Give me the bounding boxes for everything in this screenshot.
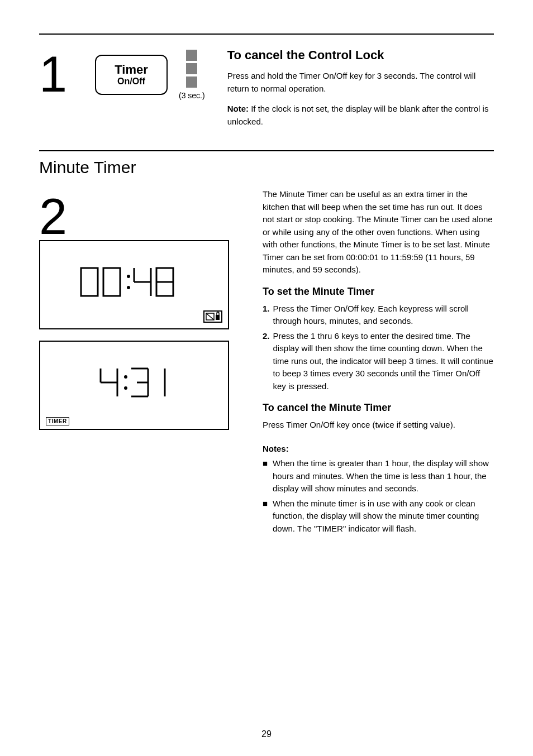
lcd-frame-1: 00:48 xyxy=(39,240,229,329)
section-minute-timer: 2 xyxy=(39,188,494,535)
notes-title: Notes: xyxy=(263,443,494,456)
lock-badge-icon xyxy=(203,310,222,325)
button-label-top: Timer xyxy=(115,63,148,76)
section-cancel-lock: 1 Timer On/Off (3 sec.) To cancel the Co… xyxy=(39,46,494,128)
note-1: ■ When the time is greater than 1 hour, … xyxy=(263,457,494,495)
divider-mid xyxy=(39,150,494,151)
minute-timer-heading: Minute Timer xyxy=(39,158,494,177)
seven-segment-icon-2 xyxy=(78,366,190,405)
svg-point-17 xyxy=(124,386,127,390)
note-2: ■ When the minute timer is in use with a… xyxy=(263,497,494,535)
minute-timer-intro: The Minute Timer can be useful as an ext… xyxy=(263,188,494,276)
set-step-2: 2. Press the 1 thru 6 keys to enter the … xyxy=(263,330,494,393)
svg-point-3 xyxy=(127,286,130,289)
cancel-timer-title: To cancel the Minute Timer xyxy=(263,400,494,415)
step-number-2: 2 xyxy=(39,188,84,246)
press-indicator-icon xyxy=(186,50,197,89)
cancel-lock-title: To cancel the Control Lock xyxy=(227,46,494,64)
svg-rect-1 xyxy=(103,268,120,296)
lcd-frame-2: 4:31 TIMER xyxy=(39,341,229,430)
svg-rect-12 xyxy=(216,315,220,320)
button-illustration-row: 1 Timer On/Off (3 sec.) xyxy=(39,46,205,103)
cancel-timer-body: Press Timer On/Off key once (twice if se… xyxy=(263,419,494,432)
timer-badge: TIMER xyxy=(46,415,69,425)
svg-line-11 xyxy=(206,313,214,320)
minute-timer-text: The Minute Timer can be useful as an ext… xyxy=(263,188,494,535)
page-number: 29 xyxy=(0,729,533,739)
set-timer-title: To set the Minute Timer xyxy=(263,284,494,299)
divider-top xyxy=(39,34,494,35)
step-number-1: 1 xyxy=(39,46,84,103)
cancel-lock-body: Press and hold the Timer On/Off key for … xyxy=(227,70,494,95)
svg-point-16 xyxy=(124,375,127,379)
svg-rect-0 xyxy=(81,268,98,296)
button-label-bottom: On/Off xyxy=(117,76,145,87)
lcd-column: 2 xyxy=(39,188,240,430)
timer-onoff-button[interactable]: Timer On/Off xyxy=(95,55,168,95)
svg-point-2 xyxy=(127,275,130,278)
seven-segment-icon xyxy=(78,265,190,304)
set-step-1: 1. Press the Timer On/Off key. Each keyp… xyxy=(263,303,494,328)
note-body: If the clock is not set, the display wil… xyxy=(227,104,489,126)
three-sec-label: (3 sec.) xyxy=(179,91,205,100)
cancel-lock-text: To cancel the Control Lock Press and hol… xyxy=(227,46,494,128)
note-label: Note: xyxy=(227,104,249,113)
